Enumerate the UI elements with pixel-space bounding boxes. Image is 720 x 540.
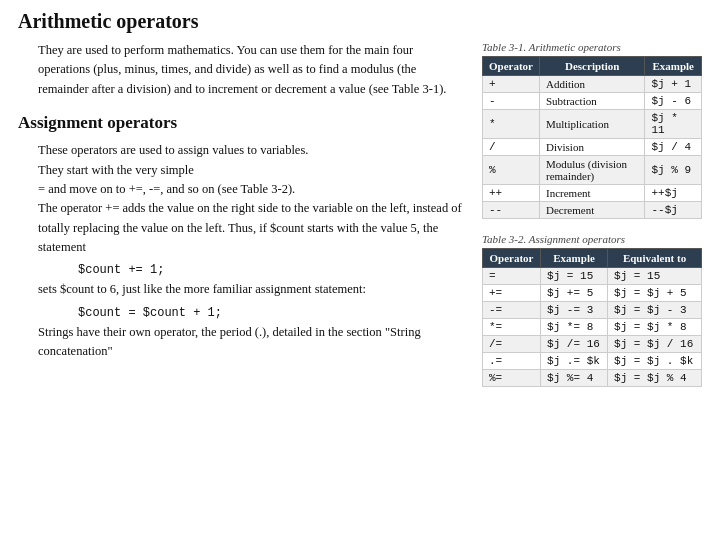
table-cell: $j /= 16 (541, 336, 608, 353)
table2-header-example: Example (541, 249, 608, 268)
arithmetic-operators-table: Operator Description Example +Addition$j… (482, 56, 702, 219)
table-row: /=$j /= 16$j = $j / 16 (483, 336, 702, 353)
table-cell: + (483, 76, 540, 93)
table-cell: $j = 15 (608, 268, 702, 285)
table-row: --Decrement--$j (483, 202, 702, 219)
table-cell: $j .= $k (541, 353, 608, 370)
table-cell: % (483, 156, 540, 185)
table1-header-example: Example (645, 57, 702, 76)
table-row: -Subtraction$j - 6 (483, 93, 702, 110)
table-row: +Addition$j + 1 (483, 76, 702, 93)
section2-title: Assignment operators (18, 113, 464, 133)
table2-header-operator: Operator (483, 249, 541, 268)
table-cell: += (483, 285, 541, 302)
table-cell: $j * 11 (645, 110, 702, 139)
table-row: %=$j %= 4$j = $j % 4 (483, 370, 702, 387)
table-cell: -- (483, 202, 540, 219)
table-cell: $j + 1 (645, 76, 702, 93)
assignment-operators-table: Operator Example Equivalent to =$j = 15$… (482, 248, 702, 387)
section-assignment: Assignment operators These operators are… (18, 113, 464, 361)
table-cell: *= (483, 319, 541, 336)
table-cell: $j -= 3 (541, 302, 608, 319)
table-cell: = (483, 268, 541, 285)
table-cell: --$j (645, 202, 702, 219)
table-cell: Subtraction (539, 93, 644, 110)
table-cell: /= (483, 336, 541, 353)
table-cell: Increment (539, 185, 644, 202)
table-cell: $j = 15 (541, 268, 608, 285)
left-column: They are used to perform mathematics. Yo… (18, 41, 464, 401)
table-cell: $j % 9 (645, 156, 702, 185)
table-row: .=$j .= $k$j = $j . $k (483, 353, 702, 370)
table1-wrap: Table 3-1. Arithmetic operators Operator… (482, 41, 702, 219)
table-cell: $j / 4 (645, 139, 702, 156)
table-cell: - (483, 93, 540, 110)
table2-wrap: Table 3-2. Assignment operators Operator… (482, 233, 702, 387)
table-cell: $j %= 4 (541, 370, 608, 387)
table-cell: ++ (483, 185, 540, 202)
table-row: %Modulus (division remainder)$j % 9 (483, 156, 702, 185)
intro-paragraph: They are used to perform mathematics. Yo… (18, 41, 464, 99)
table-cell: $j *= 8 (541, 319, 608, 336)
table-cell: %= (483, 370, 541, 387)
table2-header-equivalent: Equivalent to (608, 249, 702, 268)
table-cell: / (483, 139, 540, 156)
table-cell: ++$j (645, 185, 702, 202)
table-row: =$j = 15$j = 15 (483, 268, 702, 285)
table-cell: .= (483, 353, 541, 370)
table-row: /Division$j / 4 (483, 139, 702, 156)
table-cell: * (483, 110, 540, 139)
table-row: +=$j += 5$j = $j + 5 (483, 285, 702, 302)
table-cell: $j = $j + 5 (608, 285, 702, 302)
table-cell: $j = $j . $k (608, 353, 702, 370)
table-cell: Addition (539, 76, 644, 93)
table1-header-operator: Operator (483, 57, 540, 76)
body-text-3: Strings have their own operator, the per… (18, 323, 464, 362)
table-cell: $j = $j - 3 (608, 302, 702, 319)
table-cell: -= (483, 302, 541, 319)
table-row: -=$j -= 3$j = $j - 3 (483, 302, 702, 319)
table-cell: $j = $j * 8 (608, 319, 702, 336)
table-cell: $j - 6 (645, 93, 702, 110)
body-text-1: These operators are used to assign value… (18, 141, 464, 257)
table-cell: Decrement (539, 202, 644, 219)
table-cell: Multiplication (539, 110, 644, 139)
code-block-1: $count += 1; (18, 263, 464, 277)
table-cell: $j = $j / 16 (608, 336, 702, 353)
table-cell: Division (539, 139, 644, 156)
table-cell: $j += 5 (541, 285, 608, 302)
table-row: *Multiplication$j * 11 (483, 110, 702, 139)
table-cell: $j = $j % 4 (608, 370, 702, 387)
code-block-2: $count = $count + 1; (18, 306, 464, 320)
table-cell: Modulus (division remainder) (539, 156, 644, 185)
table1-header-description: Description (539, 57, 644, 76)
table2-caption: Table 3-2. Assignment operators (482, 233, 702, 245)
body-text-2: sets $count to 6, just like the more fam… (18, 280, 464, 299)
table-row: *=$j *= 8$j = $j * 8 (483, 319, 702, 336)
table-row: ++Increment++$j (483, 185, 702, 202)
right-column: Table 3-1. Arithmetic operators Operator… (482, 41, 702, 401)
table1-caption: Table 3-1. Arithmetic operators (482, 41, 702, 53)
page-title: Arithmetic operators (18, 10, 702, 33)
